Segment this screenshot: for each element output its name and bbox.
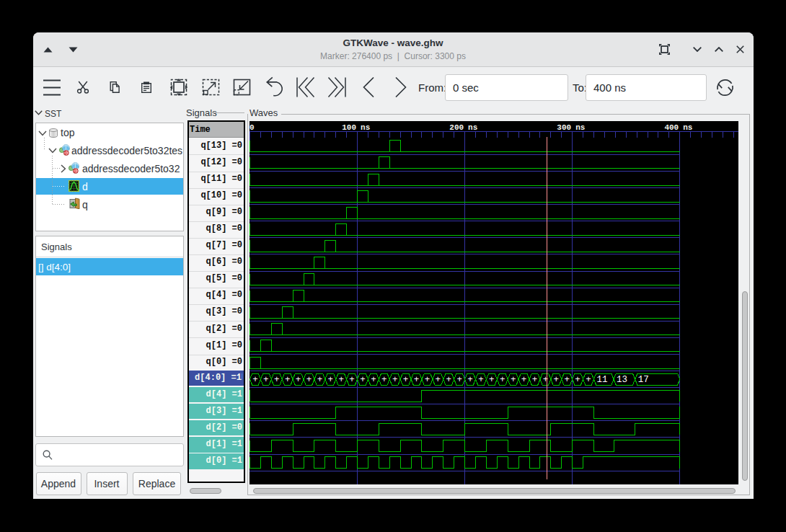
svg-text:+: +: [521, 375, 527, 385]
svg-text:+: +: [478, 375, 484, 385]
svg-text:+: +: [263, 375, 269, 385]
svg-text:ns: ns: [361, 123, 370, 132]
svg-text:100: 100: [342, 123, 356, 132]
svg-text:+: +: [252, 375, 258, 385]
svg-text:+: +: [532, 375, 538, 385]
svg-text:400: 400: [664, 123, 679, 132]
svg-text:+: +: [274, 375, 280, 385]
svg-text:+: +: [338, 375, 344, 385]
svg-text:+: +: [436, 375, 441, 385]
svg-text:+: +: [489, 375, 495, 385]
svg-text:+: +: [456, 375, 462, 385]
svg-text:+: +: [381, 375, 387, 385]
svg-text:+: +: [360, 375, 366, 385]
svg-text:0: 0: [250, 123, 255, 132]
svg-text:17: 17: [638, 375, 649, 385]
svg-text:+: +: [328, 375, 334, 385]
svg-text:+: +: [467, 375, 473, 385]
svg-text:+: +: [446, 375, 451, 385]
svg-text:+: +: [392, 375, 398, 385]
svg-text:+: +: [317, 375, 323, 385]
svg-text:+: +: [349, 375, 355, 385]
svg-text:+: +: [425, 375, 430, 385]
svg-text:+: +: [564, 375, 570, 385]
svg-text:+: +: [285, 375, 291, 385]
svg-text:+: +: [511, 375, 516, 385]
svg-text:+: +: [403, 375, 409, 385]
svg-text:+: +: [296, 375, 301, 385]
svg-text:+: +: [543, 375, 549, 385]
svg-text:ns: ns: [468, 123, 477, 132]
svg-text:+: +: [371, 375, 376, 385]
svg-text:+: +: [500, 375, 505, 385]
svg-text:+: +: [575, 375, 580, 385]
svg-text:13: 13: [617, 375, 627, 385]
svg-text:11: 11: [596, 375, 607, 385]
svg-text:ns: ns: [683, 123, 692, 132]
svg-text:+: +: [554, 375, 560, 385]
svg-text:+: +: [306, 375, 312, 385]
svg-text:+: +: [414, 375, 420, 385]
svg-text:200: 200: [449, 123, 464, 132]
svg-text:+: +: [586, 375, 591, 385]
svg-text:300: 300: [557, 123, 571, 132]
svg-text:ns: ns: [575, 123, 585, 132]
